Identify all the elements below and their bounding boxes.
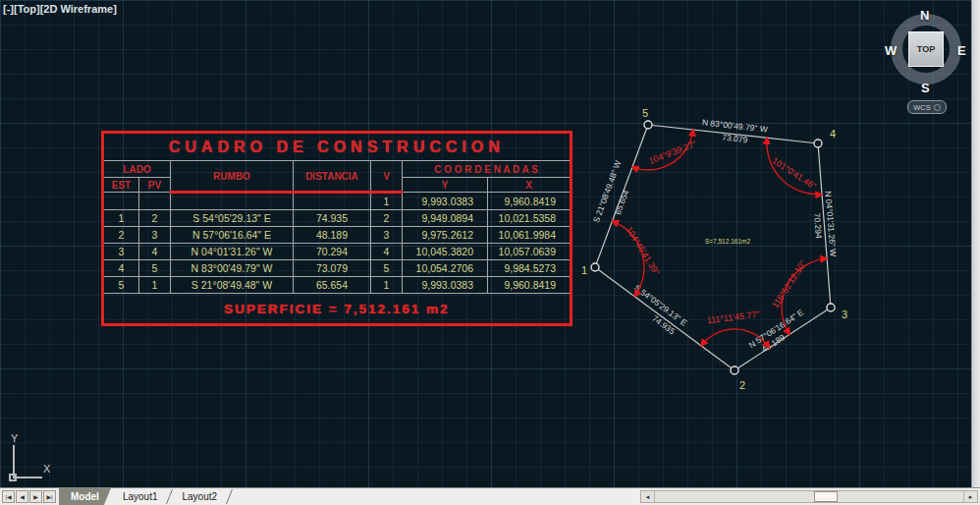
table-row: 4 5 N 83°00'49.79" W 73.079 5 10,054.270… (103, 260, 572, 277)
cell-est: 2 (103, 227, 139, 244)
cell-x: 9,960.8419 (488, 277, 572, 294)
cell-pv: 2 (139, 210, 171, 227)
table-row: 3 4 N 04°01'31.26" W 70.294 4 10,045.382… (103, 244, 572, 260)
cell-pv: 3 (139, 227, 171, 244)
viewcube-top-face-button[interactable]: TOP (908, 31, 944, 67)
viewcube-east[interactable]: E (957, 43, 966, 58)
cell-y: 10,054.2706 (403, 260, 488, 277)
cell-rumbo: S 21°08'49.48" W (171, 277, 294, 294)
next-tab-button[interactable]: ▶ (29, 490, 42, 503)
cell-v: 5 (371, 260, 403, 277)
viewcube-south[interactable]: S (921, 81, 930, 95)
vertex-1-label: 1 (581, 264, 587, 276)
tab-model[interactable]: Model (59, 488, 111, 505)
cell-y: 9,993.0383 (403, 277, 488, 294)
cell-x: 10,061.9984 (488, 227, 572, 244)
cell-distancia: 73.079 (294, 260, 371, 277)
table-title: CUADRO DE CONSTRUCCION (103, 133, 572, 161)
viewport-view-control[interactable]: [Top] (14, 3, 40, 15)
angle-v4-label: 101°0'41.46" (770, 155, 817, 191)
edge-3-4-distance: 70.294 (812, 212, 824, 239)
vertex-4-marker[interactable] (814, 140, 822, 147)
cell-v: 1 (371, 277, 403, 294)
cell-distancia: 65.654 (294, 277, 371, 294)
autocad-window: [-][Top][2D Wireframe] (0, 0, 980, 505)
cell-x: 9,960.8419 (488, 193, 572, 210)
horizontal-scrollbar[interactable]: ◂ ▸ (640, 490, 978, 503)
wcs-dropdown-button[interactable]: WCS (907, 100, 947, 114)
cell-x: 10,057.0639 (488, 244, 572, 260)
cell-v: 1 (371, 193, 403, 210)
angle-v2-label: 111°11'45.77" (706, 309, 760, 326)
cell-rumbo: S 54°05'29.13" E (171, 210, 294, 227)
status-bar: |◀ ◀ ▶ ▶| Model Layout1 Layout2 ◂ ▸ (0, 487, 980, 505)
cell-rumbo (171, 193, 294, 210)
cell-est: 4 (103, 260, 139, 277)
tab-layout1[interactable]: Layout1 (111, 488, 170, 505)
cell-y: 9,975.2612 (403, 227, 488, 244)
ucs-y-axis-label: Y (11, 432, 18, 444)
vertex-2-label: 2 (739, 379, 745, 391)
vertex-labels: 1 2 3 4 5 (581, 107, 847, 391)
vertex-5-marker[interactable] (644, 121, 652, 129)
viewcube-west[interactable]: W (885, 43, 897, 58)
table-row: 5 1 S 21°08'49.48" W 65.654 1 9,993.0383… (103, 277, 572, 294)
edge-4-5-distance: 73.079 (722, 133, 748, 145)
cell-pv (139, 193, 171, 210)
area-centroid-label: S=7,512.161m2 (705, 238, 750, 245)
cell-v: 3 (371, 227, 403, 244)
cell-v: 2 (371, 210, 403, 227)
cell-y: 9,949.0894 (403, 210, 488, 227)
wcs-label: WCS (913, 103, 931, 112)
ucs-origin-box (9, 474, 17, 481)
cell-x: 10,021.5358 (488, 210, 572, 227)
angle-v3-label: 118°52'12.10" (770, 258, 808, 309)
prev-tab-button[interactable]: ◀ (16, 490, 28, 503)
cell-distancia: 70.294 (294, 244, 371, 260)
header-x: X (488, 178, 572, 193)
cell-x: 9,984.5273 (488, 260, 572, 277)
vertex-5-label: 5 (642, 107, 648, 119)
tab-layout2[interactable]: Layout2 (170, 488, 229, 505)
last-tab-button[interactable]: ▶| (43, 490, 56, 503)
cell-rumbo: N 04°01'31.26" W (171, 244, 294, 260)
vertex-3-marker[interactable] (827, 304, 835, 311)
viewcube-north[interactable]: N (920, 8, 929, 23)
table-row: 1 2 S 54°05'29.13" E 74.935 2 9,949.0894… (103, 210, 572, 227)
vertex-markers (591, 121, 835, 374)
cell-est: 5 (103, 277, 139, 294)
header-distancia: DISTANCIA (294, 161, 371, 193)
edge-5-1-distance: 65.654 (613, 189, 631, 216)
cell-rumbo: N 57°06'16.64" E (171, 227, 294, 244)
cell-est (103, 193, 139, 210)
vertex-1-marker[interactable] (591, 263, 599, 271)
vertex-2-marker[interactable] (731, 366, 738, 374)
cell-v: 4 (371, 244, 403, 260)
cell-rumbo: N 83°00'49.79" W (171, 260, 294, 277)
first-tab-button[interactable]: |◀ (2, 490, 15, 503)
model-space-canvas[interactable]: [-][Top][2D Wireframe] (0, 0, 971, 487)
layout-tab-nav-buttons: |◀ ◀ ▶ ▶| (2, 490, 56, 503)
ucs-x-axis-label: X (43, 463, 50, 475)
header-est: EST (103, 178, 139, 193)
viewport-visual-style-control[interactable]: [2D Wireframe] (40, 3, 117, 15)
header-rumbo: RUMBO (171, 161, 294, 193)
cell-pv: 1 (139, 277, 171, 294)
vertex-3-label: 3 (842, 309, 847, 320)
horizontal-scrollbar-thumb[interactable] (814, 491, 838, 502)
scroll-left-arrow[interactable]: ◂ (641, 491, 655, 502)
construction-table[interactable]: CUADRO DE CONSTRUCCION LADO RUMBO DISTAN… (101, 131, 572, 326)
cell-est: 1 (103, 210, 139, 227)
viewport-minimize-control[interactable]: [-] (3, 3, 14, 15)
polygon-boundary[interactable] (595, 125, 831, 370)
ucs-x-axis-line (13, 477, 42, 478)
ucs-icon: Y X (4, 432, 63, 485)
scroll-right-arrow[interactable]: ▸ (963, 491, 977, 502)
cell-pv: 5 (139, 260, 171, 277)
viewcube: N S W E TOP WCS (883, 6, 971, 114)
header-lado: LADO (103, 161, 171, 178)
header-v: V (371, 161, 403, 193)
vertical-scrollbar[interactable] (971, 0, 980, 487)
table-row: 2 3 N 57°06'16.64" E 48.189 3 9,975.2612… (103, 227, 572, 244)
cell-pv: 4 (139, 244, 171, 260)
